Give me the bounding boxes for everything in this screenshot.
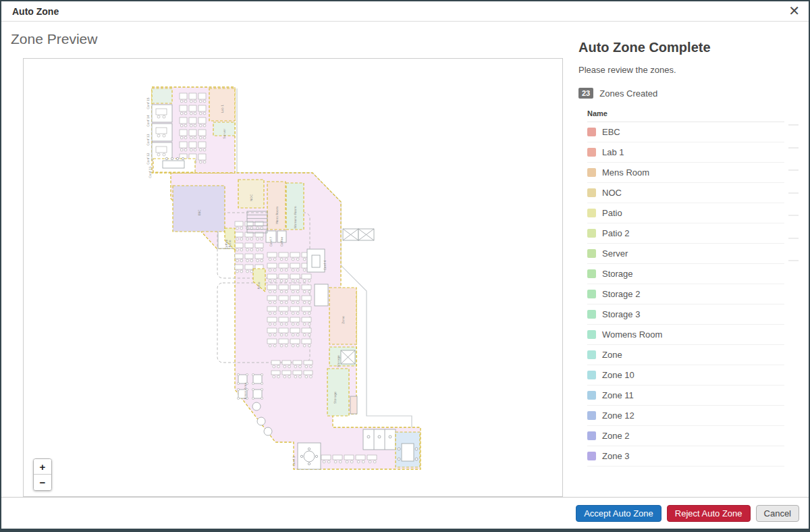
- floorplan-svg: Conf 15Conf 14Conf 13Conf 12Conf 11Lab 1…: [24, 59, 561, 495]
- zone-color-swatch: [587, 168, 596, 177]
- zone-name-label: Zone: [602, 350, 622, 360]
- svg-text:Mens Room: Mens Room: [275, 207, 279, 224]
- list-gutter-dash: [788, 147, 799, 149]
- zone-name-label: EBC: [602, 127, 620, 137]
- svg-text:Storage: Storage: [333, 392, 337, 404]
- zone-list-item[interactable]: Womens Room: [587, 325, 784, 345]
- zone-list-item[interactable]: Lab 1: [587, 142, 784, 163]
- list-gutter-dash: [788, 124, 799, 126]
- svg-text:Patio: Patio: [228, 240, 232, 247]
- zone-color-swatch: [587, 391, 596, 400]
- review-zones-text: Please review the zones.: [578, 65, 676, 75]
- svg-text:Conf 4: Conf 4: [323, 261, 327, 271]
- zone-color-swatch: [587, 310, 596, 319]
- zone-list-item[interactable]: NOC: [587, 183, 784, 203]
- zone-list-item[interactable]: Mens Room: [587, 163, 784, 183]
- svg-text:Conf 15: Conf 15: [146, 97, 150, 109]
- svg-text:Lab 1: Lab 1: [221, 105, 224, 113]
- close-icon[interactable]: ✕: [788, 3, 800, 19]
- map-zoom-controls: + −: [33, 458, 52, 491]
- zone-list-item[interactable]: Zone 2: [587, 426, 784, 446]
- svg-text:Conf 13: Conf 13: [146, 134, 150, 146]
- auto-zone-dialog: Auto Zone ✕ Zone Preview Conf 15Conf 14C…: [0, 0, 810, 532]
- zone-list-item[interactable]: Storage 3: [587, 304, 784, 325]
- zoom-in-button[interactable]: +: [34, 459, 51, 475]
- zone-name-label: Zone 10: [602, 370, 634, 380]
- zone-name-label: Storage 3: [602, 309, 640, 319]
- list-gutter-dash: [788, 260, 799, 261]
- zone-preview-map[interactable]: Conf 15Conf 14Conf 13Conf 12Conf 11Lab 1…: [23, 58, 563, 497]
- zone-color-swatch: [587, 209, 596, 217]
- zone-color-swatch: [587, 371, 596, 379]
- zone-color-swatch: [587, 188, 596, 197]
- svg-text:Storage: Storage: [337, 355, 340, 367]
- zones-created-row: 23 Zones Created: [578, 88, 657, 99]
- list-gutter-dash: [788, 192, 799, 194]
- reject-auto-zone-button[interactable]: Reject Auto Zone: [667, 505, 751, 522]
- zone-list-item[interactable]: Zone 11: [587, 385, 784, 406]
- svg-text:Patio: Patio: [257, 282, 261, 289]
- zone-name-label: Womens Room: [602, 329, 662, 340]
- zone-color-swatch: [587, 148, 596, 157]
- zone-color-swatch: [587, 269, 596, 278]
- zones-created-label: Zones Created: [599, 88, 657, 99]
- zone-color-swatch: [587, 290, 596, 298]
- zone-list-item[interactable]: Patio: [587, 203, 784, 223]
- zone-color-swatch: [587, 452, 596, 460]
- zone-name-label: Patio 2: [602, 228, 629, 238]
- zone-list-item[interactable]: Zone 12: [587, 406, 784, 426]
- zone-list-name-header: Name: [587, 109, 784, 122]
- zone-name-label: Storage 2: [602, 289, 640, 299]
- list-gutter-dash: [788, 215, 799, 216]
- title-bar: Auto Zone ✕: [1, 1, 809, 22]
- zone-color-swatch: [587, 128, 596, 136]
- zoom-out-button[interactable]: −: [34, 475, 51, 490]
- svg-text:Server: Server: [223, 128, 226, 138]
- svg-text:Conf 12: Conf 12: [146, 153, 150, 165]
- svg-text:Zone: Zone: [342, 316, 345, 324]
- zone-name-label: Zone 3: [602, 451, 629, 461]
- list-gutter-dash: [788, 169, 799, 171]
- svg-text:Conf 3: Conf 3: [292, 456, 296, 467]
- zone-name-label: Zone 2: [602, 431, 629, 441]
- zone-color-swatch: [587, 249, 596, 258]
- zone-name-label: Server: [602, 248, 628, 259]
- zone-preview-heading: Zone Preview: [11, 31, 97, 47]
- svg-text:Conf 7: Conf 7: [269, 237, 273, 247]
- dialog-title: Auto Zone: [12, 6, 59, 17]
- zone-name-label: Mens Room: [602, 167, 649, 178]
- zone-list-item[interactable]: Storage 2: [587, 284, 784, 304]
- zone-list-item[interactable]: EBC: [587, 122, 784, 142]
- zone-name-label: NOC: [602, 188, 622, 198]
- zone-name-label: Patio: [602, 208, 622, 218]
- zone-color-swatch: [587, 411, 596, 420]
- cancel-button[interactable]: Cancel: [756, 505, 799, 522]
- svg-text:Conf 14: Conf 14: [146, 115, 150, 127]
- svg-text:Conf 11: Conf 11: [148, 166, 152, 178]
- zone-list-item[interactable]: Zone 3: [587, 446, 784, 467]
- svg-text:Break Area: Break Area: [244, 382, 247, 399]
- accept-auto-zone-button[interactable]: Accept Auto Zone: [576, 505, 662, 522]
- zone-list-item[interactable]: Patio 2: [587, 223, 784, 244]
- zone-color-swatch: [587, 229, 596, 238]
- svg-text:Coffee: Coffee: [280, 237, 284, 247]
- list-gutter-dash: [788, 238, 799, 239]
- zone-list-item[interactable]: Storage: [587, 264, 784, 284]
- zone-color-swatch: [587, 330, 596, 339]
- zone-list-item[interactable]: Server: [587, 244, 784, 264]
- svg-text:Womens Room: Womens Room: [294, 206, 297, 229]
- zone-list-item[interactable]: Zone: [587, 345, 784, 365]
- svg-text:EBC: EBC: [198, 210, 201, 216]
- zones-count-badge: 23: [578, 88, 593, 99]
- zone-list: Name EBCLab 1Mens RoomNOCPatioPatio 2Ser…: [587, 109, 784, 467]
- zone-name-label: Lab 1: [602, 147, 624, 157]
- zone-color-swatch: [587, 431, 596, 440]
- zone-color-swatch: [587, 350, 596, 359]
- dialog-footer: Accept Auto Zone Reject Auto Zone Cancel: [1, 497, 809, 529]
- zone-name-label: Zone 11: [602, 390, 634, 400]
- zone-name-label: Zone 12: [602, 410, 634, 421]
- zone-list-item[interactable]: Zone 10: [587, 365, 784, 385]
- zone-name-label: Storage: [602, 269, 633, 279]
- auto-zone-complete-heading: Auto Zone Complete: [578, 40, 711, 55]
- svg-text:NOC: NOC: [250, 194, 253, 201]
